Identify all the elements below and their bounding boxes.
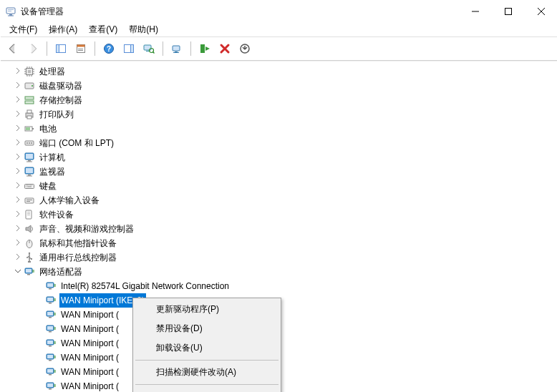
ctx-separator bbox=[135, 360, 278, 361]
keyboard-icon bbox=[24, 180, 35, 192]
svg-rect-64 bbox=[47, 283, 53, 287]
menu-bar: 文件(F) 操作(A) 查看(V) 帮助(H) bbox=[1, 22, 557, 36]
network-adapter-icon bbox=[24, 266, 35, 278]
tree-item[interactable]: 通用串行总线控制器 bbox=[2, 250, 557, 265]
svg-point-39 bbox=[31, 142, 32, 144]
nic-icon bbox=[45, 323, 57, 335]
chevron-right-icon[interactable] bbox=[12, 236, 24, 250]
chevron-right-icon[interactable] bbox=[12, 179, 24, 193]
svg-rect-71 bbox=[49, 317, 52, 318]
minimize-button[interactable] bbox=[459, 1, 492, 22]
tree-item-label: 键盘 bbox=[38, 179, 58, 193]
chevron-right-icon[interactable] bbox=[12, 136, 24, 150]
ctx-properties[interactable]: 属性(R) bbox=[135, 387, 279, 392]
svg-rect-45 bbox=[26, 168, 33, 173]
window: 设备管理器 文件(F) 操作(A) 查看(V) 帮助(H) ? bbox=[0, 0, 557, 392]
svg-rect-17 bbox=[146, 51, 149, 52]
tree-item[interactable]: 监视器 bbox=[2, 165, 557, 179]
tree-item[interactable]: 处理器 bbox=[2, 64, 557, 79]
svg-rect-82 bbox=[47, 369, 53, 373]
back-button[interactable] bbox=[4, 40, 22, 57]
tree-item-label: WAN Miniport ( bbox=[59, 365, 120, 379]
scan-hardware-button[interactable] bbox=[140, 40, 158, 57]
tree-item-label: 人体学输入设备 bbox=[38, 193, 101, 207]
disk-drive-icon bbox=[24, 80, 35, 92]
tree-item-label: WAN Miniport ( bbox=[59, 336, 120, 351]
disable-device-button[interactable] bbox=[215, 40, 234, 57]
tree-item[interactable]: 鼠标和其他指针设备 bbox=[2, 236, 557, 250]
tree-item[interactable]: 端口 (COM 和 LPT) bbox=[2, 136, 557, 150]
tree-item[interactable]: 软件设备 bbox=[2, 207, 557, 222]
chevron-right-icon[interactable] bbox=[12, 207, 24, 222]
tree-item[interactable]: 人体学输入设备 bbox=[2, 193, 557, 207]
menu-view[interactable]: 查看(V) bbox=[83, 22, 123, 37]
window-controls bbox=[459, 1, 557, 22]
chevron-right-icon[interactable] bbox=[12, 193, 24, 207]
svg-rect-21 bbox=[173, 52, 179, 53]
svg-rect-83 bbox=[49, 374, 52, 376]
action-pane-button[interactable] bbox=[120, 40, 138, 57]
menu-help[interactable]: 帮助(H) bbox=[123, 22, 164, 37]
show-hide-console-tree-button[interactable] bbox=[52, 40, 70, 57]
chevron-right-icon[interactable] bbox=[12, 150, 24, 165]
ctx-disable-device[interactable]: 禁用设备(D) bbox=[135, 319, 279, 338]
svg-rect-70 bbox=[47, 312, 53, 315]
tree-item[interactable]: 声音、视频和游戏控制器 bbox=[2, 222, 557, 236]
ctx-uninstall-device[interactable]: 卸载设备(U) bbox=[135, 338, 279, 358]
ctx-update-driver[interactable]: 更新驱动程序(P) bbox=[135, 300, 279, 319]
uninstall-device-button[interactable] bbox=[236, 40, 254, 57]
chevron-down-icon[interactable] bbox=[12, 265, 24, 279]
menu-file[interactable]: 文件(F) bbox=[4, 22, 43, 37]
window-title: 设备管理器 bbox=[21, 6, 64, 18]
svg-rect-79 bbox=[47, 355, 53, 358]
svg-text:?: ? bbox=[107, 45, 111, 53]
tree-item[interactable]: 网络适配器 bbox=[2, 265, 557, 279]
svg-rect-77 bbox=[49, 346, 52, 347]
svg-rect-50 bbox=[26, 200, 32, 200]
svg-rect-59 bbox=[31, 258, 32, 260]
ctx-separator bbox=[135, 384, 278, 385]
svg-rect-47 bbox=[26, 176, 32, 177]
chevron-right-icon[interactable] bbox=[12, 250, 24, 265]
mouse-icon bbox=[24, 237, 35, 249]
chevron-right-icon[interactable] bbox=[12, 122, 24, 136]
enable-device-button[interactable] bbox=[195, 40, 214, 57]
chevron-right-icon[interactable] bbox=[12, 222, 24, 236]
tree-item[interactable]: 打印队列 bbox=[2, 107, 557, 122]
ctx-scan-hardware[interactable]: 扫描检测硬件改动(A) bbox=[135, 363, 279, 382]
properties-toolbar-button[interactable] bbox=[72, 40, 90, 57]
help-toolbar-button[interactable]: ? bbox=[100, 40, 118, 57]
svg-point-38 bbox=[29, 142, 30, 144]
context-menu: 更新驱动程序(P) 禁用设备(D) 卸载设备(U) 扫描检测硬件改动(A) 属性… bbox=[132, 298, 281, 392]
close-button[interactable] bbox=[525, 1, 557, 22]
tree-item[interactable]: Intel(R) 82574L Gigabit Network Connecti… bbox=[2, 279, 557, 293]
software-device-icon bbox=[24, 209, 35, 220]
svg-point-27 bbox=[32, 85, 33, 87]
update-driver-toolbar-button[interactable] bbox=[168, 40, 186, 57]
tree-item-label: 存储控制器 bbox=[38, 93, 84, 107]
device-tree[interactable]: 处理器磁盘驱动器存储控制器打印队列电池端口 (COM 和 LPT)计算机监视器键… bbox=[1, 61, 557, 392]
chevron-right-icon[interactable] bbox=[12, 64, 24, 79]
tree-item-label: WAN Miniport ( bbox=[59, 379, 120, 392]
tree-item[interactable]: 键盘 bbox=[2, 179, 557, 193]
forward-button[interactable] bbox=[24, 40, 42, 57]
svg-rect-34 bbox=[32, 128, 34, 129]
svg-rect-35 bbox=[26, 127, 30, 130]
svg-rect-19 bbox=[173, 46, 180, 51]
chevron-right-icon[interactable] bbox=[12, 107, 24, 122]
menu-action[interactable]: 操作(A) bbox=[43, 22, 83, 37]
chevron-right-icon[interactable] bbox=[12, 79, 24, 93]
print-queue-icon bbox=[24, 109, 35, 120]
svg-rect-42 bbox=[28, 160, 31, 162]
chevron-right-icon[interactable] bbox=[12, 93, 24, 107]
nic-icon bbox=[45, 309, 57, 320]
svg-rect-20 bbox=[175, 52, 178, 52]
tree-item[interactable]: 计算机 bbox=[2, 150, 557, 165]
tree-item[interactable]: 磁盘驱动器 bbox=[2, 79, 557, 93]
maximize-button[interactable] bbox=[492, 1, 525, 22]
ports-icon bbox=[24, 137, 35, 149]
tree-item[interactable]: 电池 bbox=[2, 122, 557, 136]
chevron-right-icon[interactable] bbox=[12, 165, 24, 179]
nic-icon bbox=[45, 338, 57, 349]
tree-item[interactable]: 存储控制器 bbox=[2, 93, 557, 107]
